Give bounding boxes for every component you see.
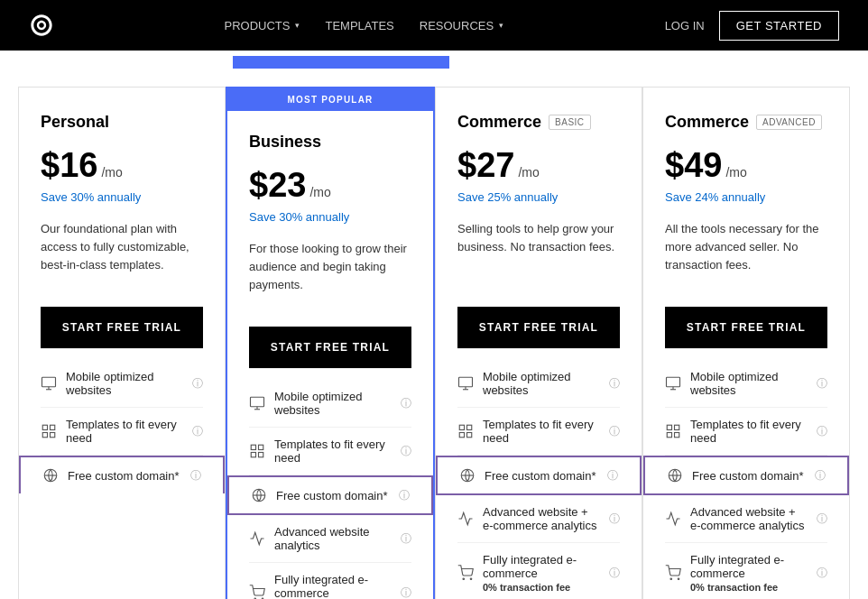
grid-icon bbox=[457, 423, 474, 439]
info-icon[interactable]: ⓘ bbox=[817, 424, 827, 439]
svg-rect-4 bbox=[51, 425, 55, 429]
info-icon[interactable]: ⓘ bbox=[609, 511, 620, 527]
info-icon[interactable]: ⓘ bbox=[607, 468, 618, 484]
svg-rect-24 bbox=[467, 425, 472, 429]
plan-features: Mobile optimized websites ⓘ Templates to… bbox=[665, 348, 827, 599]
svg-rect-35 bbox=[675, 425, 679, 429]
most-popular-strip: MOST POPULAR bbox=[227, 88, 433, 111]
plan-description: All the tools necessary for the more adv… bbox=[665, 220, 827, 285]
plan-features: Mobile optimized websites ⓘ Templates to… bbox=[249, 368, 411, 599]
svg-point-30 bbox=[470, 578, 472, 580]
nav-resources[interactable]: RESOURCES ▾ bbox=[420, 19, 503, 32]
analytics-icon bbox=[249, 530, 265, 547]
plan-save: Save 30% annually bbox=[41, 190, 203, 204]
plan-description: For those looking to grow their audience… bbox=[249, 240, 411, 305]
info-icon[interactable]: ⓘ bbox=[609, 566, 620, 581]
globe-icon bbox=[667, 467, 683, 484]
nav-right: LOG IN GET STARTED bbox=[665, 11, 839, 41]
feature-row: Mobile optimized websites ⓘ bbox=[665, 360, 827, 408]
get-started-button[interactable]: GET STARTED bbox=[719, 11, 839, 41]
feature-row: Templates to fit every need ⓘ bbox=[665, 408, 827, 456]
info-icon[interactable]: ⓘ bbox=[815, 468, 826, 484]
most-popular-badge bbox=[233, 56, 449, 69]
plan-card-commerce-2: Commerce BASIC $27 /mo Save 25% annually… bbox=[435, 87, 642, 599]
start-trial-button[interactable]: START FREE TRIAL bbox=[665, 307, 827, 348]
plan-features: Mobile optimized websites ⓘ Templates to… bbox=[41, 348, 203, 493]
start-trial-button[interactable]: START FREE TRIAL bbox=[41, 307, 203, 348]
svg-rect-26 bbox=[467, 433, 472, 438]
feature-row: Mobile optimized websites ⓘ bbox=[457, 360, 620, 408]
navbar: PRODUCTS ▾ TEMPLATES RESOURCES ▾ LOG IN … bbox=[0, 0, 868, 51]
plan-description: Selling tools to help grow your business… bbox=[457, 220, 620, 285]
plan-description: Our foundational plan with access to ful… bbox=[41, 220, 203, 285]
feature-row: Fully integrated e-commerce 3% transacti… bbox=[249, 563, 411, 599]
start-trial-button[interactable]: START FREE TRIAL bbox=[249, 327, 411, 368]
grid-icon bbox=[665, 423, 681, 439]
pricing-section: Personal $16 /mo Save 30% annuallyOur fo… bbox=[0, 87, 868, 599]
plan-price: $23 /mo bbox=[249, 166, 411, 205]
feature-row: Templates to fit every need ⓘ bbox=[41, 408, 203, 456]
info-icon[interactable]: ⓘ bbox=[609, 376, 620, 392]
info-icon[interactable]: ⓘ bbox=[401, 444, 411, 459]
nav-templates[interactable]: TEMPLATES bbox=[325, 19, 393, 32]
info-icon[interactable]: ⓘ bbox=[401, 531, 411, 547]
feature-row: Fully integrated e-commerce 0% transacti… bbox=[665, 543, 827, 599]
svg-rect-3 bbox=[42, 425, 47, 429]
info-icon[interactable]: ⓘ bbox=[399, 488, 410, 503]
plan-features: Mobile optimized websites ⓘ Templates to… bbox=[457, 348, 620, 599]
info-icon[interactable]: ⓘ bbox=[609, 424, 620, 439]
info-icon[interactable]: ⓘ bbox=[192, 424, 203, 439]
feature-row: Fully integrated e-commerce 0% transacti… bbox=[457, 543, 620, 599]
plan-name: Business bbox=[249, 133, 411, 152]
svg-rect-36 bbox=[667, 433, 671, 438]
plan-name: Personal bbox=[41, 113, 203, 132]
feature-row: Free custom domain* ⓘ bbox=[227, 475, 433, 515]
info-icon[interactable]: ⓘ bbox=[190, 468, 201, 484]
plan-save: Save 25% annually bbox=[457, 190, 620, 204]
svg-rect-37 bbox=[675, 433, 679, 438]
monitor-icon bbox=[457, 375, 474, 392]
logo[interactable] bbox=[29, 13, 63, 38]
feature-row: Mobile optimized websites ⓘ bbox=[249, 380, 411, 428]
info-icon[interactable]: ⓘ bbox=[401, 396, 411, 411]
globe-icon bbox=[42, 467, 59, 484]
cart-icon bbox=[665, 565, 681, 581]
info-icon[interactable]: ⓘ bbox=[192, 376, 203, 392]
monitor-icon bbox=[249, 395, 265, 411]
feature-row: Advanced website analytics ⓘ bbox=[249, 515, 411, 563]
info-icon[interactable]: ⓘ bbox=[817, 511, 827, 527]
plan-card-personal-0: Personal $16 /mo Save 30% annuallyOur fo… bbox=[18, 87, 226, 599]
svg-rect-25 bbox=[459, 433, 464, 438]
cart-icon bbox=[249, 585, 265, 599]
svg-point-29 bbox=[463, 578, 465, 580]
plans-container: Personal $16 /mo Save 30% annuallyOur fo… bbox=[18, 87, 850, 599]
feature-sub: 0% transaction fee bbox=[483, 582, 600, 593]
start-trial-button[interactable]: START FREE TRIAL bbox=[457, 307, 620, 348]
feature-row: Free custom domain* ⓘ bbox=[643, 456, 849, 495]
globe-icon bbox=[251, 487, 267, 503]
analytics-icon bbox=[665, 511, 681, 527]
svg-rect-20 bbox=[459, 377, 473, 387]
svg-rect-23 bbox=[459, 425, 464, 429]
svg-rect-34 bbox=[667, 425, 671, 429]
plan-card-business-1: MOST POPULAR Business $23 /mo Save 30% a… bbox=[226, 87, 435, 599]
monitor-icon bbox=[665, 375, 681, 392]
plan-save: Save 30% annually bbox=[249, 210, 411, 224]
info-icon[interactable]: ⓘ bbox=[401, 585, 411, 600]
analytics-icon bbox=[457, 511, 474, 527]
globe-icon bbox=[459, 467, 476, 484]
feature-sub: 0% transaction fee bbox=[690, 582, 808, 593]
svg-rect-6 bbox=[51, 433, 55, 438]
plan-price: $27 /mo bbox=[457, 146, 620, 185]
feature-row: Free custom domain* ⓘ bbox=[436, 456, 642, 495]
feature-row: Advanced website + e-commerce analytics … bbox=[665, 495, 827, 543]
nav-products[interactable]: PRODUCTS ▾ bbox=[224, 19, 300, 32]
plan-badge: BASIC bbox=[549, 115, 591, 130]
plan-badge: ADVANCED bbox=[756, 115, 822, 130]
info-icon[interactable]: ⓘ bbox=[817, 566, 827, 581]
plan-price: $49 /mo bbox=[665, 146, 827, 185]
info-icon[interactable]: ⓘ bbox=[817, 376, 827, 392]
feature-row: Free custom domain* ⓘ bbox=[19, 456, 225, 493]
login-link[interactable]: LOG IN bbox=[665, 19, 705, 32]
svg-rect-14 bbox=[251, 453, 255, 457]
